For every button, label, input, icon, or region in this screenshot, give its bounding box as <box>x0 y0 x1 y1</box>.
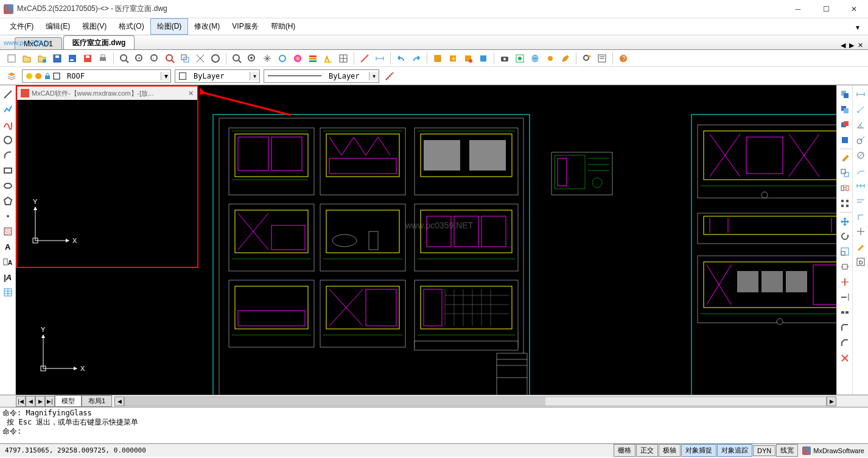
status-polar[interactable]: 极轴 <box>659 444 681 457</box>
status-osnap[interactable]: 对象捕捉 <box>681 444 716 457</box>
block-edit-icon[interactable] <box>461 52 475 65</box>
close-button[interactable]: ✕ <box>840 0 868 18</box>
rect-tool-icon[interactable] <box>1 164 15 177</box>
layout-first-icon[interactable]: |◀ <box>16 396 26 407</box>
zoom-center-icon[interactable] <box>245 52 259 65</box>
zoom-out-icon[interactable]: - <box>148 52 161 65</box>
tab-model[interactable]: 模型 <box>55 395 82 407</box>
brand-label[interactable]: MxDrawSoftware <box>799 446 868 455</box>
layer-combo[interactable]: ROOF ▾ <box>22 69 171 83</box>
zoom-all-icon[interactable] <box>209 52 222 65</box>
chamfer-icon[interactable] <box>838 336 852 350</box>
dim-leader-icon[interactable] <box>854 164 867 177</box>
mtext-tool-icon[interactable]: A <box>1 255 15 269</box>
linetype-combo[interactable]: ByLayer ▾ <box>264 69 379 83</box>
viewport-icon[interactable] <box>337 52 350 65</box>
move2-icon[interactable] <box>838 214 852 228</box>
minimize-button[interactable]: ─ <box>784 0 812 18</box>
status-ortho[interactable]: 正交 <box>636 444 658 457</box>
dim-baseline-icon[interactable] <box>854 194 867 208</box>
status-lwt[interactable]: 线宽 <box>776 444 798 457</box>
dim-center-icon[interactable] <box>854 225 867 238</box>
magnifying-glass-window[interactable]: MxCAD软件-【www.mxdraw.com】-[放... ✕ X Y <box>16 85 198 268</box>
point-tool-icon[interactable] <box>1 210 15 223</box>
tab-next[interactable]: ▶ <box>848 41 855 49</box>
zoom-prev-icon[interactable] <box>194 52 207 65</box>
dim-angular-icon[interactable] <box>854 118 867 132</box>
tab-current-dwg[interactable]: 医疗室立面.dwg <box>63 35 135 49</box>
dim-aligned-icon[interactable] <box>854 103 867 116</box>
dimension-icon[interactable] <box>373 52 387 65</box>
drawing-canvas[interactable]: www.pc0359.NET X Y MxCAD软件-【www.mxdraw.c… <box>16 85 836 395</box>
redo-icon[interactable] <box>410 52 423 65</box>
pencil-icon[interactable] <box>559 52 572 65</box>
layer-manager-icon[interactable] <box>5 69 18 83</box>
menu-view[interactable]: 视图(V) <box>76 18 113 35</box>
help-icon[interactable]: ? <box>617 52 630 65</box>
block-insert-icon[interactable]: + <box>446 52 460 65</box>
text-tool-icon[interactable]: A <box>1 240 15 253</box>
hatch-tool-icon[interactable] <box>1 225 15 238</box>
dim-edit-icon[interactable] <box>854 240 867 253</box>
maximize-button[interactable]: ☐ <box>812 0 840 18</box>
magnify-title-bar[interactable]: MxCAD软件-【www.mxdraw.com】-[放... ✕ <box>17 86 197 100</box>
copy-icon[interactable] <box>838 88 852 101</box>
spline-tool-icon[interactable] <box>1 118 15 132</box>
break-icon[interactable] <box>838 306 852 319</box>
arc-tool-icon[interactable] <box>1 149 15 162</box>
layer-dropdown-arrow[interactable]: ▾ <box>161 72 170 80</box>
layout-last-icon[interactable]: ▶| <box>45 396 55 407</box>
cut-icon[interactable] <box>838 118 852 132</box>
zoom-icon[interactable] <box>117 52 131 65</box>
undo-icon[interactable] <box>394 52 408 65</box>
dim-radius-icon[interactable] <box>854 133 867 147</box>
dim-style-icon[interactable]: D <box>854 255 867 269</box>
fillet-icon[interactable] <box>838 321 852 334</box>
scroll-right-icon[interactable]: ▶ <box>827 396 836 406</box>
dim-diameter-icon[interactable] <box>854 149 867 162</box>
wblock-icon[interactable] <box>477 52 490 65</box>
color-icon[interactable] <box>291 52 304 65</box>
new-icon[interactable] <box>5 52 18 65</box>
color-dropdown-arrow[interactable]: ▾ <box>250 72 259 80</box>
regen-icon[interactable] <box>276 52 289 65</box>
tab-mxcad1[interactable]: MxCAD1 <box>15 37 62 49</box>
horizontal-scrollbar[interactable]: ◀ ▶ <box>114 396 836 406</box>
tab-layout1[interactable]: 布局1 <box>82 395 112 407</box>
circle-tool-icon[interactable] <box>1 133 15 147</box>
find-icon[interactable] <box>580 52 593 65</box>
menu-help[interactable]: 帮助(H) <box>265 18 302 35</box>
lineweight-icon[interactable] <box>383 69 396 83</box>
magnify-close-icon[interactable]: ✕ <box>188 90 194 97</box>
cmd-prompt[interactable]: 命令: <box>2 427 866 436</box>
extend-icon[interactable] <box>838 291 852 304</box>
open2-icon[interactable] <box>35 52 49 65</box>
mtext2-tool-icon[interactable]: |A <box>1 270 15 284</box>
menu-edit[interactable]: 编辑(E) <box>40 18 76 35</box>
status-dyn[interactable]: DYN <box>753 445 775 456</box>
ellipse-tool-icon[interactable] <box>1 179 15 192</box>
move-icon[interactable] <box>838 133 852 147</box>
zoom-window-icon[interactable] <box>178 52 192 65</box>
saveas-icon[interactable] <box>81 52 94 65</box>
camera-icon[interactable] <box>498 52 511 65</box>
menu-file[interactable]: 文件(F) <box>4 18 40 35</box>
scale-icon[interactable] <box>838 245 852 258</box>
menu-vip[interactable]: VIP服务 <box>226 18 264 35</box>
dim-ordinate-icon[interactable] <box>854 210 867 223</box>
dim-continue-icon[interactable] <box>854 179 867 192</box>
scroll-left-icon[interactable]: ◀ <box>114 396 124 406</box>
color-combo[interactable]: ByLayer ▾ <box>175 69 260 83</box>
linetype-dropdown-arrow[interactable]: ▾ <box>369 72 379 80</box>
menu-modify[interactable]: 修改(M) <box>188 18 226 35</box>
print-icon[interactable] <box>96 52 110 65</box>
globe-icon[interactable] <box>528 52 542 65</box>
measure-icon[interactable] <box>358 52 371 65</box>
render-icon[interactable] <box>513 52 527 65</box>
highlight-icon[interactable] <box>321 52 335 65</box>
erase-icon[interactable] <box>838 151 852 164</box>
polygon-tool-icon[interactable] <box>1 194 15 208</box>
offset-icon[interactable] <box>838 166 852 180</box>
pan-icon[interactable] <box>261 52 274 65</box>
open-icon[interactable] <box>20 52 33 65</box>
